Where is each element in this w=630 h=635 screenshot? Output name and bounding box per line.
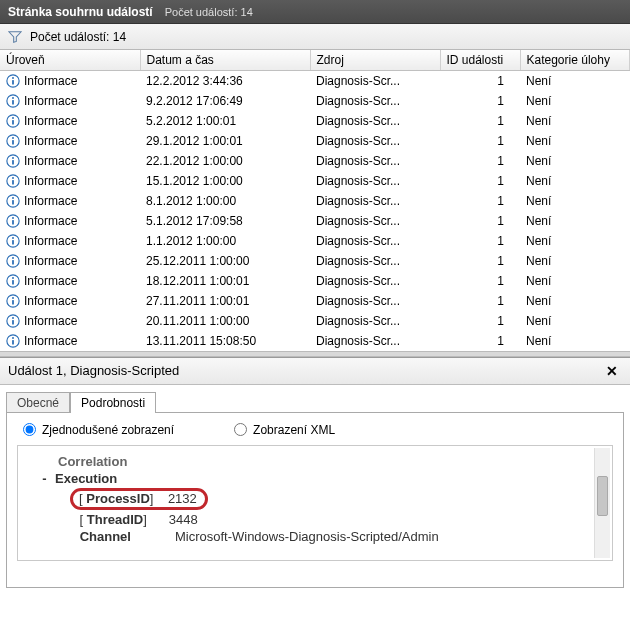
cell-id: 1 [440,191,520,211]
thread-id-value: 3448 [169,512,198,527]
cell-datetime: 22.1.2012 1:00:00 [140,151,310,171]
collapse-icon[interactable]: - [40,471,49,486]
scrollbar[interactable] [594,448,610,558]
cell-source: Diagnosis-Scr... [310,191,440,211]
cell-datetime: 15.1.2012 1:00:00 [140,171,310,191]
cell-level: Informace [24,334,77,348]
cell-datetime: 1.1.2012 1:00:00 [140,231,310,251]
cell-category: Není [520,131,630,151]
cell-level: Informace [24,294,77,308]
table-row[interactable]: Informace18.12.2011 1:00:01Diagnosis-Scr… [0,271,630,291]
info-icon [6,334,20,348]
col-datetime[interactable]: Datum a čas [140,50,310,71]
window-subtitle: Počet událostí: 14 [165,6,253,18]
cell-id: 1 [440,111,520,131]
detail-panel: Událost 1, Diagnosis-Scripted ✕ Obecné P… [0,357,630,588]
col-category[interactable]: Kategorie úlohy [520,50,630,71]
detail-title: Událost 1, Diagnosis-Scripted [8,363,179,378]
filter-bar: Počet událostí: 14 [0,24,630,50]
table-row[interactable]: Informace5.2.2012 1:00:01Diagnosis-Scr..… [0,111,630,131]
scroll-thumb[interactable] [597,476,608,516]
table-row[interactable]: Informace12.2.2012 3:44:36Diagnosis-Scr.… [0,71,630,91]
tab-general[interactable]: Obecné [6,392,70,413]
table-row[interactable]: Informace22.1.2012 1:00:00Diagnosis-Scr.… [0,151,630,171]
cell-id: 1 [440,91,520,111]
cell-category: Není [520,111,630,131]
radio-friendly-input[interactable] [23,423,36,436]
channel-key: Channel [80,529,131,544]
cell-category: Není [520,191,630,211]
table-row[interactable]: Informace15.1.2012 1:00:00Diagnosis-Scr.… [0,171,630,191]
col-id[interactable]: ID události [440,50,520,71]
table-row[interactable]: Informace29.1.2012 1:00:01Diagnosis-Scr.… [0,131,630,151]
cell-level: Informace [24,234,77,248]
cell-source: Diagnosis-Scr... [310,331,440,351]
cell-source: Diagnosis-Scr... [310,251,440,271]
info-icon [6,234,20,248]
cell-id: 1 [440,311,520,331]
info-icon [6,314,20,328]
cell-datetime: 5.1.2012 17:09:58 [140,211,310,231]
process-id-highlight: [ ProcessID] 2132 [70,488,208,510]
info-icon [6,174,20,188]
cell-category: Není [520,151,630,171]
col-source[interactable]: Zdroj [310,50,440,71]
cell-id: 1 [440,171,520,191]
info-icon [6,254,20,268]
filter-icon[interactable] [8,30,22,44]
cell-datetime: 5.2.2012 1:00:01 [140,111,310,131]
cell-source: Diagnosis-Scr... [310,111,440,131]
cell-category: Není [520,171,630,191]
cell-source: Diagnosis-Scr... [310,151,440,171]
table-row[interactable]: Informace13.11.2011 15:08:50Diagnosis-Sc… [0,331,630,351]
thread-id-key: ThreadID [87,512,143,527]
cell-id: 1 [440,331,520,351]
cell-source: Diagnosis-Scr... [310,91,440,111]
table-row[interactable]: Informace9.2.2012 17:06:49Diagnosis-Scr.… [0,91,630,111]
cell-source: Diagnosis-Scr... [310,131,440,151]
cell-datetime: 9.2.2012 17:06:49 [140,91,310,111]
table-row[interactable]: Informace25.12.2011 1:00:00Diagnosis-Scr… [0,251,630,271]
cell-category: Není [520,91,630,111]
table-row[interactable]: Informace1.1.2012 1:00:00Diagnosis-Scr..… [0,231,630,251]
cell-datetime: 29.1.2012 1:00:01 [140,131,310,151]
tree-execution: Execution [55,471,117,486]
cell-id: 1 [440,271,520,291]
cell-id: 1 [440,251,520,271]
cell-datetime: 25.12.2011 1:00:00 [140,251,310,271]
cell-level: Informace [24,274,77,288]
radio-xml[interactable]: Zobrazení XML [234,423,335,437]
channel-value: Microsoft-Windows-Diagnosis-Scripted/Adm… [175,529,439,544]
cell-id: 1 [440,151,520,171]
process-id-key: ProcessID [86,491,150,506]
cell-category: Není [520,211,630,231]
table-row[interactable]: Informace27.11.2011 1:00:01Diagnosis-Scr… [0,291,630,311]
close-icon[interactable]: ✕ [602,363,622,379]
info-icon [6,94,20,108]
tab-details[interactable]: Podrobnosti [70,392,156,413]
table-row[interactable]: Informace5.1.2012 17:09:58Diagnosis-Scr.… [0,211,630,231]
info-icon [6,294,20,308]
info-icon [6,134,20,148]
cell-level: Informace [24,314,77,328]
radio-xml-input[interactable] [234,423,247,436]
event-table: Úroveň Datum a čas Zdroj ID události Kat… [0,50,630,351]
cell-category: Není [520,291,630,311]
cell-level: Informace [24,194,77,208]
tab-body: Zjednodušené zobrazení Zobrazení XML Cor… [6,412,624,588]
table-row[interactable]: Informace8.1.2012 1:00:00Diagnosis-Scr..… [0,191,630,211]
info-icon [6,274,20,288]
col-level[interactable]: Úroveň [0,50,140,71]
cell-level: Informace [24,94,77,108]
cell-category: Není [520,231,630,251]
info-icon [6,194,20,208]
radio-friendly[interactable]: Zjednodušené zobrazení [23,423,174,437]
cell-level: Informace [24,174,77,188]
table-header-row[interactable]: Úroveň Datum a čas Zdroj ID události Kat… [0,50,630,71]
cell-id: 1 [440,71,520,91]
table-row[interactable]: Informace20.11.2011 1:00:00Diagnosis-Scr… [0,311,630,331]
cell-datetime: 20.11.2011 1:00:00 [140,311,310,331]
cell-level: Informace [24,214,77,228]
cell-source: Diagnosis-Scr... [310,171,440,191]
cell-source: Diagnosis-Scr... [310,271,440,291]
